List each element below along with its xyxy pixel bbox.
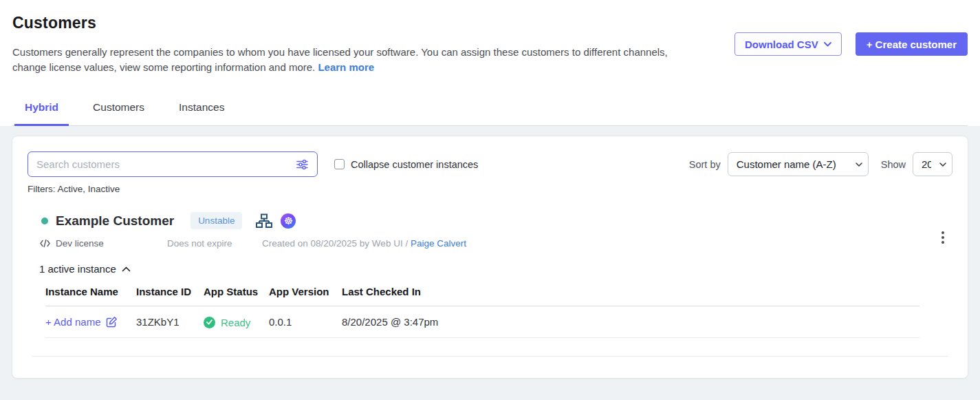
tab-customers[interactable]: Customers xyxy=(83,101,155,126)
create-customer-button[interactable]: + Create customer xyxy=(856,32,968,56)
page-description: Customers generally represent the compan… xyxy=(12,45,676,75)
col-header-instance-id: Instance ID xyxy=(136,286,204,306)
app-status-cell: Ready xyxy=(204,317,250,328)
code-brackets-icon xyxy=(39,238,51,249)
search-box xyxy=(28,151,318,177)
chevron-up-icon xyxy=(122,266,131,272)
customer-name[interactable]: Example Customer xyxy=(56,213,174,229)
tab-hybrid[interactable]: Hybrid xyxy=(14,101,69,126)
show-select[interactable]: 20 xyxy=(913,152,952,176)
customers-card: Collapse customer instances Sort by Cust… xyxy=(12,136,968,379)
chevron-down-icon xyxy=(824,42,831,47)
license-expiry: Does not expire xyxy=(167,238,262,249)
search-input[interactable] xyxy=(36,158,296,170)
download-csv-label: Download CSV xyxy=(745,39,818,50)
instances-toggle[interactable]: 1 active instance xyxy=(28,263,952,275)
add-name-link[interactable]: + Add name xyxy=(45,316,118,328)
ready-check-icon xyxy=(204,317,215,328)
app-version-cell: 0.0.1 xyxy=(269,306,342,338)
license-type: Dev license xyxy=(39,238,167,249)
learn-more-link[interactable]: Learn more xyxy=(318,61,374,73)
sort-select[interactable]: Customer name (A-Z) xyxy=(728,152,869,176)
instance-id-cell: 31ZKbY1 xyxy=(136,306,204,338)
col-header-last-checked-in: Last Checked In xyxy=(342,286,919,306)
active-status-dot-icon xyxy=(41,218,48,224)
col-header-app-status: App Status xyxy=(204,286,269,306)
page-header: Customers Download CSV + Create customer… xyxy=(0,0,980,126)
table-row: + Add name 31ZKbY1 xyxy=(45,306,919,338)
tab-bar: Hybrid Customers Instances xyxy=(12,101,968,126)
sort-by-label: Sort by xyxy=(689,159,721,170)
edit-pencil-icon[interactable] xyxy=(106,316,118,328)
tab-instances[interactable]: Instances xyxy=(168,101,235,126)
customer-list-divider xyxy=(32,356,948,357)
collapse-instances-control: Collapse customer instances xyxy=(334,159,478,170)
created-by-link[interactable]: Paige Calvert xyxy=(411,238,466,249)
customer-options-kebab-icon[interactable] xyxy=(939,229,947,246)
add-name-label: + Add name xyxy=(45,316,100,328)
content-area: Collapse customer instances Sort by Cust… xyxy=(0,126,980,400)
instances-summary-label: 1 active instance xyxy=(39,263,116,275)
show-label: Show xyxy=(881,159,906,170)
page-title: Customers xyxy=(12,14,968,32)
last-checked-in-cell: 8/20/2025 @ 3:47pm xyxy=(342,306,919,338)
sitemap-embedded-cluster-icon xyxy=(256,213,272,229)
download-csv-button[interactable]: Download CSV xyxy=(734,32,842,56)
customer-meta-row: Dev license Does not expire Created on 0… xyxy=(28,238,952,249)
toolbar: Collapse customer instances Sort by Cust… xyxy=(28,151,952,177)
channel-badge: Unstable xyxy=(190,212,242,229)
customer-name-row: Example Customer Unstable ☸ xyxy=(28,212,952,229)
collapse-instances-label: Collapse customer instances xyxy=(351,159,478,170)
toolbar-right: Sort by Customer name (A-Z) Show 20 xyxy=(689,152,952,176)
app-status-label: Ready xyxy=(221,317,250,328)
kubernetes-icon: ☸ xyxy=(281,213,296,229)
instances-table-header-row: Instance Name Instance ID App Status App… xyxy=(45,286,919,306)
customer-row: Example Customer Unstable ☸ xyxy=(28,212,952,338)
col-header-instance-name: Instance Name xyxy=(45,286,136,306)
install-type-icons: ☸ xyxy=(256,213,296,229)
col-header-app-version: App Version xyxy=(269,286,342,306)
header-actions: Download CSV + Create customer xyxy=(734,32,968,56)
filter-sliders-icon[interactable] xyxy=(296,158,309,171)
license-type-label: Dev license xyxy=(56,238,104,249)
show-select-wrap: 20 xyxy=(913,152,952,176)
instances-table: Instance Name Instance ID App Status App… xyxy=(45,286,919,338)
created-text: Created on 08/20/2025 by Web UI / xyxy=(262,238,411,249)
sort-select-wrap: Customer name (A-Z) xyxy=(728,152,869,176)
collapse-instances-checkbox[interactable] xyxy=(334,159,345,169)
active-filters-label: Filters: Active, Inactive xyxy=(28,184,952,194)
created-info: Created on 08/20/2025 by Web UI / Paige … xyxy=(262,238,466,249)
